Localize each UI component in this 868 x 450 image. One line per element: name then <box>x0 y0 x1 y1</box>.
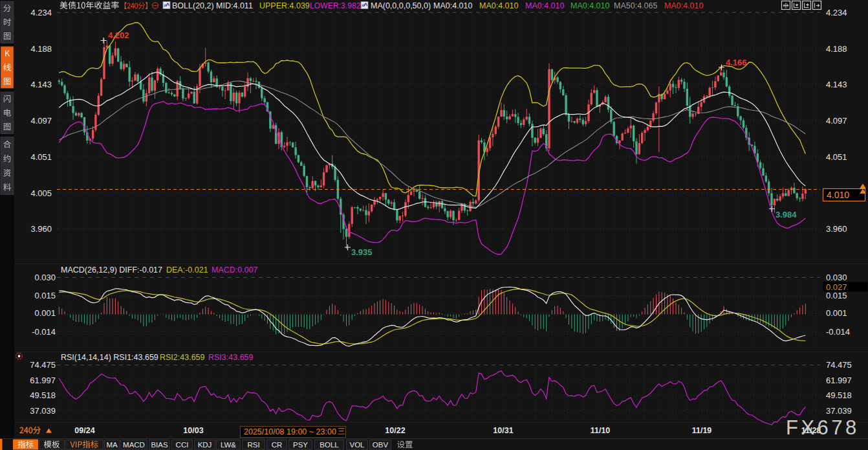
svg-text:VOL: VOL <box>349 441 365 449</box>
svg-text:DEA:-0.021: DEA:-0.021 <box>166 265 208 275</box>
svg-text:4.202: 4.202 <box>108 30 129 40</box>
svg-text:10/31: 10/31 <box>493 426 513 435</box>
svg-text:74.475: 74.475 <box>826 360 852 370</box>
svg-text:UPPER:4.039: UPPER:4.039 <box>259 1 310 10</box>
svg-text:MACD: MACD <box>123 441 145 449</box>
svg-text:FX678: FX678 <box>786 416 860 439</box>
svg-text:LW&: LW& <box>221 441 236 449</box>
svg-text:4.005: 4.005 <box>30 188 52 198</box>
svg-text:3.960: 3.960 <box>30 224 52 234</box>
svg-text:37.039: 37.039 <box>826 406 852 416</box>
svg-text:4.097: 4.097 <box>826 116 847 126</box>
svg-text:MA0:4.010: MA0:4.010 <box>433 1 473 10</box>
svg-text:BIAS: BIAS <box>151 441 168 449</box>
svg-text:11/19: 11/19 <box>692 426 712 435</box>
svg-text:4.010: 4.010 <box>827 190 849 200</box>
svg-text:LOWER:3.982: LOWER:3.982 <box>310 1 361 10</box>
svg-text:4.143: 4.143 <box>826 80 847 89</box>
svg-text:RSI(14,14,14) RSI1:43.659: RSI(14,14,14) RSI1:43.659 <box>61 353 158 362</box>
svg-text:0.030: 0.030 <box>826 273 847 282</box>
svg-text:4.051: 4.051 <box>30 152 52 162</box>
svg-text:MA0:4.010: MA0:4.010 <box>479 1 519 10</box>
svg-text:37.039: 37.039 <box>30 406 56 416</box>
svg-text:4.188: 4.188 <box>826 44 847 54</box>
svg-text:4.097: 4.097 <box>30 116 52 126</box>
svg-text:RSI: RSI <box>247 441 259 449</box>
svg-text:09/24: 09/24 <box>74 426 94 435</box>
svg-text:MA(0,0,0,0,50,0): MA(0,0,0,0,50,0) <box>371 1 431 10</box>
svg-text:4.188: 4.188 <box>30 44 52 54</box>
svg-text:RSI2:43.659: RSI2:43.659 <box>160 353 205 362</box>
svg-text:3.984: 3.984 <box>776 210 797 219</box>
svg-text:0.030: 0.030 <box>34 273 56 282</box>
svg-text:49.518: 49.518 <box>826 390 852 400</box>
svg-text:3.960: 3.960 <box>826 224 847 234</box>
svg-text:PSY: PSY <box>293 441 308 449</box>
svg-text:MA50:4.065: MA50:4.065 <box>614 1 657 10</box>
svg-text:4.143: 4.143 <box>30 80 52 89</box>
svg-text:KDJ: KDJ <box>198 441 212 449</box>
svg-text:4.234: 4.234 <box>826 8 847 17</box>
svg-text:0.027: 0.027 <box>826 282 847 292</box>
svg-text:MA0:4.010: MA0:4.010 <box>525 1 565 10</box>
svg-text:0.001: 0.001 <box>34 308 56 318</box>
svg-text:0.015: 0.015 <box>34 291 56 300</box>
svg-text:11/10: 11/10 <box>591 426 611 435</box>
svg-text:MA: MA <box>106 441 118 449</box>
svg-text:CCI: CCI <box>176 441 189 449</box>
svg-text:3.935: 3.935 <box>351 247 373 257</box>
svg-text:61.997: 61.997 <box>30 376 56 385</box>
svg-text:4.234: 4.234 <box>30 8 52 17</box>
svg-text:BOLL(20,2) MID:4.011: BOLL(20,2) MID:4.011 <box>172 1 253 10</box>
svg-text:MA0:4.010: MA0:4.010 <box>570 1 610 10</box>
svg-text:MACD(26,12,9) DIFF:-0.017: MACD(26,12,9) DIFF:-0.017 <box>61 265 162 275</box>
svg-text:0.015: 0.015 <box>826 291 847 300</box>
svg-text:10/03: 10/03 <box>183 426 203 435</box>
svg-text:RSI3:43.659: RSI3:43.659 <box>208 353 254 362</box>
svg-text:MACD:0.007: MACD:0.007 <box>212 265 258 275</box>
svg-text:10/22: 10/22 <box>385 426 405 435</box>
svg-text:4.051: 4.051 <box>826 152 847 162</box>
svg-text:MA0:4.010: MA0:4.010 <box>664 1 704 10</box>
svg-text:49.518: 49.518 <box>30 390 56 400</box>
svg-text:61.997: 61.997 <box>826 376 852 385</box>
svg-text:4.166: 4.166 <box>726 58 747 67</box>
svg-text:74.475: 74.475 <box>30 360 56 370</box>
svg-text:-0.014: -0.014 <box>826 327 850 337</box>
svg-text:CR: CR <box>272 441 283 449</box>
svg-text:-0.014: -0.014 <box>32 327 56 337</box>
svg-text:BOLL: BOLL <box>320 441 339 449</box>
svg-text:OBV: OBV <box>373 441 389 449</box>
svg-text:2025/10/08 19:00 ~ 23:00: 2025/10/08 19:00 ~ 23:00 <box>244 427 336 436</box>
svg-text:0.001: 0.001 <box>826 308 847 318</box>
